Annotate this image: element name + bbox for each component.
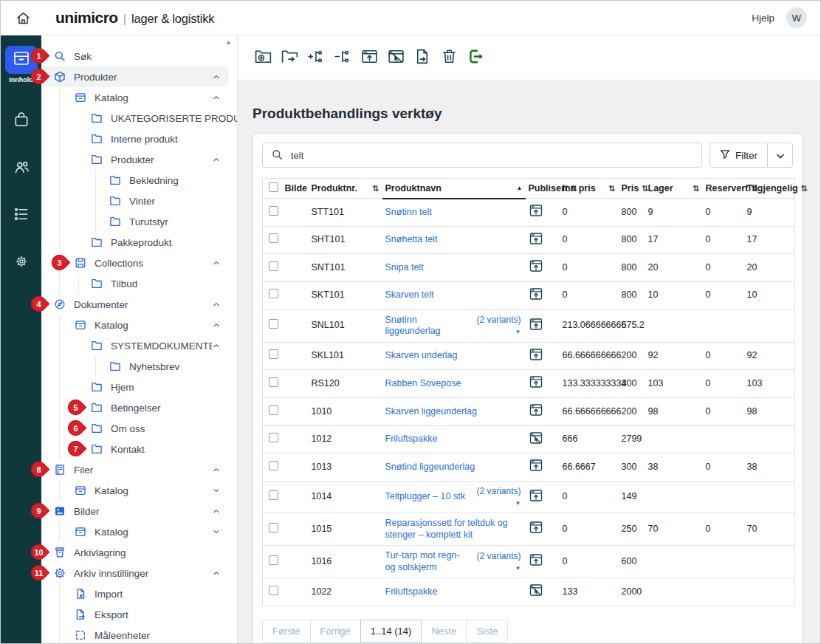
column-produktnavn[interactable]: Produktnavn▲ bbox=[382, 179, 526, 199]
sidebar-item-kontakt[interactable]: Kontakt7 bbox=[41, 439, 237, 459]
chevron-up-icon[interactable] bbox=[212, 569, 221, 578]
rail-item-bag[interactable] bbox=[13, 112, 30, 128]
row-checkbox[interactable] bbox=[269, 319, 278, 329]
sort-icon[interactable]: ⇅ bbox=[372, 184, 379, 193]
help-link[interactable]: Hjelp bbox=[752, 13, 774, 24]
sidebar-item-m-leenheter[interactable]: Måleenheter bbox=[41, 625, 237, 644]
home-icon[interactable] bbox=[14, 9, 32, 27]
sidebar-item-bilder[interactable]: Bilder9 bbox=[41, 501, 237, 521]
product-link[interactable]: Skarven underlag bbox=[385, 350, 458, 360]
sidebar-item-vinter[interactable]: Vinter bbox=[41, 191, 237, 211]
row-checkbox[interactable] bbox=[269, 490, 278, 500]
rail-item-users[interactable] bbox=[13, 159, 30, 175]
chevron-up-icon[interactable] bbox=[212, 321, 221, 329]
sidebar-item-import[interactable]: Import bbox=[41, 583, 237, 604]
product-link[interactable]: Skarven liggeunderlag bbox=[385, 406, 477, 417]
product-link[interactable]: Friluftspakke bbox=[385, 434, 438, 444]
product-link[interactable]: Snipa telt bbox=[385, 262, 424, 273]
product-link[interactable]: Rabben Sovepose bbox=[385, 378, 461, 388]
row-checkbox[interactable] bbox=[269, 206, 278, 216]
toolbar-folder-plus-button[interactable] bbox=[251, 46, 275, 69]
row-checkbox[interactable] bbox=[269, 555, 278, 565]
pagination-1-14-14-button[interactable]: 1..14 (14) bbox=[360, 620, 422, 643]
sidebar-item-pakkeprodukt[interactable]: Pakkeprodukt bbox=[41, 232, 237, 253]
row-checkbox[interactable] bbox=[269, 523, 278, 532]
row-checkbox[interactable] bbox=[269, 586, 278, 595]
sidebar-item-produkter[interactable]: Produkter bbox=[41, 149, 237, 170]
column-tilgjengelig[interactable]: Tilgjengelig⇅ bbox=[744, 179, 795, 199]
toolbar-trash-button[interactable] bbox=[437, 46, 461, 69]
chevron-up-icon[interactable] bbox=[212, 258, 221, 267]
sidebar-item-turutstyr[interactable]: Turutstyr bbox=[41, 211, 237, 232]
toolbar-file-move-button[interactable] bbox=[410, 46, 434, 69]
sidebar-item-tilbud[interactable]: Tilbud bbox=[41, 273, 237, 294]
sort-icon[interactable]: ⇅ bbox=[801, 184, 808, 193]
chevron-up-icon[interactable] bbox=[212, 300, 221, 309]
column-pris[interactable]: Pris⇅ bbox=[619, 179, 645, 199]
chevron-up-icon[interactable] bbox=[212, 72, 221, 81]
sidebar-item-s-k[interactable]: Søk1 bbox=[41, 46, 237, 66]
sidebar-item-katalog[interactable]: Katalog bbox=[41, 315, 237, 335]
rail-item-gear[interactable] bbox=[13, 253, 30, 270]
chevron-up-icon[interactable] bbox=[212, 341, 221, 350]
toolbar-export-button[interactable] bbox=[464, 46, 487, 69]
rail-item-list-settings[interactable] bbox=[13, 206, 30, 222]
chevron-up-icon[interactable] bbox=[212, 507, 221, 515]
sidebar-item-betingelser[interactable]: Betingelser5 bbox=[41, 397, 237, 418]
chevron-up-icon[interactable] bbox=[212, 465, 221, 474]
product-link[interactable]: Snøhetta telt bbox=[385, 234, 438, 244]
sidebar-item-interne-produkt[interactable]: Interne produkt bbox=[41, 129, 237, 149]
variants-cell[interactable]: (2 variants) ▼ bbox=[473, 546, 526, 578]
toolbar-publish-button[interactable] bbox=[357, 46, 381, 69]
sidebar-item-om-oss[interactable]: Om oss6 bbox=[41, 418, 237, 439]
row-checkbox[interactable] bbox=[269, 349, 278, 359]
product-link[interactable]: Snøtinn telt bbox=[385, 207, 432, 217]
product-link[interactable]: Tur-tarp mot regn- og solskjerm bbox=[385, 550, 460, 572]
sidebar-item-dokumenter[interactable]: Dokumenter4 bbox=[41, 294, 237, 315]
column-publisert[interactable]: Publisert⇅ bbox=[526, 179, 560, 199]
sidebar-item-produkter[interactable]: Produkter2 bbox=[41, 66, 228, 87]
sidebar-item-katalog[interactable]: Katalog bbox=[41, 480, 237, 501]
row-checkbox[interactable] bbox=[269, 461, 278, 470]
sidebar-item-bekledning[interactable]: Bekledning bbox=[41, 170, 237, 191]
product-link[interactable]: Friluftspakke bbox=[385, 586, 438, 597]
product-link[interactable]: Reparasjonssett for teltduk og stenger –… bbox=[385, 518, 508, 540]
toolbar-tree-remove-button[interactable] bbox=[331, 46, 354, 69]
variants-cell[interactable]: (2 variants) ▼ bbox=[473, 481, 526, 513]
sidebar-scroll-up-icon[interactable]: ▲ bbox=[225, 38, 232, 46]
chevron-down-icon[interactable] bbox=[212, 527, 221, 536]
select-all-header[interactable] bbox=[263, 179, 282, 199]
toolbar-folder-move-button[interactable] bbox=[278, 46, 301, 69]
row-checkbox[interactable] bbox=[269, 233, 278, 243]
avatar[interactable]: W bbox=[786, 7, 807, 28]
column-produktnr[interactable]: Produktnr.⇅ bbox=[309, 179, 382, 199]
sidebar-item-nyhetsbrev[interactable]: Nyhetsbrev bbox=[41, 356, 237, 377]
row-checkbox[interactable] bbox=[269, 377, 278, 387]
toolbar-tree-add-button[interactable] bbox=[304, 46, 328, 69]
toolbar-unpublish-button[interactable] bbox=[384, 46, 408, 69]
chevron-down-icon[interactable] bbox=[212, 486, 221, 495]
product-link[interactable]: Snøtind liggeunderlag bbox=[385, 462, 475, 472]
sidebar-item-katalog[interactable]: Katalog bbox=[41, 521, 237, 542]
sort-asc-icon[interactable]: ▲ bbox=[517, 185, 523, 191]
column-lager[interactable]: Lager⇅ bbox=[645, 179, 703, 199]
sidebar-item-collections[interactable]: Collections3 bbox=[41, 253, 237, 273]
sidebar-item-hjem[interactable]: Hjem bbox=[41, 377, 237, 397]
row-checkbox[interactable] bbox=[269, 289, 278, 298]
product-link[interactable]: Snøtinn liggeunderlag bbox=[385, 315, 441, 337]
sidebar-item-eksport[interactable]: Eksport bbox=[41, 604, 237, 625]
filter-button[interactable]: Filter bbox=[710, 143, 768, 168]
sidebar-item-arkiv-innstillinger[interactable]: Arkiv innstillinger11 bbox=[41, 563, 237, 583]
column-inn-pris[interactable]: Inn pris⇅ bbox=[560, 179, 619, 199]
chevron-up-icon[interactable] bbox=[212, 93, 221, 102]
sidebar-item-ukategoriserte-produkt[interactable]: UKATEGORISERTE PRODUKT bbox=[41, 108, 237, 129]
sidebar-item-arkivlagring[interactable]: Arkivlagring10 bbox=[41, 542, 237, 563]
sort-icon[interactable]: ⇅ bbox=[693, 184, 699, 193]
sidebar-item-katalog[interactable]: Katalog bbox=[41, 87, 237, 108]
row-checkbox[interactable] bbox=[269, 433, 278, 442]
chevron-up-icon[interactable] bbox=[212, 155, 221, 164]
select-all-checkbox[interactable] bbox=[269, 182, 278, 192]
column-reservert[interactable]: Reservert⇅ bbox=[703, 179, 744, 199]
filter-dropdown-button[interactable] bbox=[768, 143, 793, 168]
row-checkbox[interactable] bbox=[269, 405, 278, 415]
